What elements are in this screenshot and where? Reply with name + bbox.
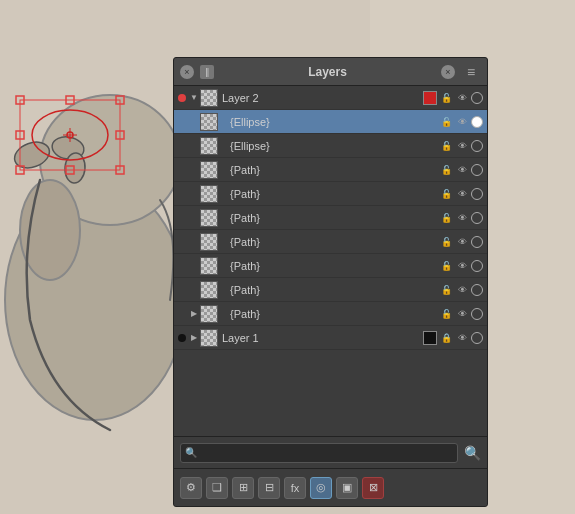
expand-arrow[interactable] bbox=[188, 188, 200, 200]
lock-icon[interactable]: 🔓 bbox=[439, 187, 453, 201]
fx-button[interactable]: fx bbox=[284, 477, 306, 499]
panel-title: Layers bbox=[220, 65, 435, 79]
visibility-circle[interactable] bbox=[471, 188, 483, 200]
panel-collapse-button[interactable]: ‖ bbox=[200, 65, 214, 79]
visibility-circle[interactable] bbox=[471, 284, 483, 296]
layer-color-dot bbox=[178, 334, 186, 342]
layer-icons: 🔒👁 bbox=[439, 331, 483, 345]
visibility-circle[interactable] bbox=[471, 308, 483, 320]
layer-item[interactable]: ▼Layer 2🔓👁 bbox=[174, 86, 487, 110]
layer-icons: 🔓👁 bbox=[439, 187, 483, 201]
new-group-button[interactable]: ⊞ bbox=[232, 477, 254, 499]
lock-icon[interactable]: 🔓 bbox=[439, 211, 453, 225]
lock-icon[interactable]: 🔓 bbox=[439, 139, 453, 153]
layer-name: {Path} bbox=[222, 308, 439, 320]
search-icon: 🔍 bbox=[185, 447, 197, 458]
lock-icon[interactable]: 🔓 bbox=[439, 307, 453, 321]
layer-color-box[interactable] bbox=[423, 91, 437, 105]
visibility-circle[interactable] bbox=[471, 140, 483, 152]
layer-item[interactable]: {Path}🔓👁 bbox=[174, 158, 487, 182]
layer-thumbnail bbox=[200, 137, 218, 155]
layer-icons: 🔓👁 bbox=[439, 139, 483, 153]
eye-icon[interactable]: 👁 bbox=[455, 235, 469, 249]
layer-icons: 🔓👁 bbox=[439, 91, 483, 105]
layer-icons: 🔓👁 bbox=[439, 259, 483, 273]
layer-item[interactable]: {Path}🔓👁 bbox=[174, 182, 487, 206]
panel-menu-button[interactable]: ≡ bbox=[461, 65, 481, 79]
visibility-circle[interactable] bbox=[471, 260, 483, 272]
layer-list: ▼Layer 2🔓👁{Ellipse}🔓👁{Ellipse}🔓👁{Path}🔓👁… bbox=[174, 86, 487, 436]
expand-arrow[interactable]: ▶ bbox=[188, 332, 200, 344]
layer-icons: 🔓👁 bbox=[439, 307, 483, 321]
layer-name: {Path} bbox=[222, 188, 439, 200]
visibility-circle[interactable] bbox=[471, 116, 483, 128]
layer-item[interactable]: {Path}🔓👁 bbox=[174, 206, 487, 230]
lock-icon[interactable]: 🔒 bbox=[439, 331, 453, 345]
layer-thumbnail bbox=[200, 209, 218, 227]
camera-button[interactable]: ◎ bbox=[310, 477, 332, 499]
layer-item[interactable]: ▶{Path}🔓👁 bbox=[174, 302, 487, 326]
eye-icon[interactable]: 👁 bbox=[455, 331, 469, 345]
layer-color-dot bbox=[178, 94, 186, 102]
expand-arrow[interactable] bbox=[188, 164, 200, 176]
visibility-circle[interactable] bbox=[471, 236, 483, 248]
filter-button[interactable]: ⚙ bbox=[180, 477, 202, 499]
layers-panel: × ‖ Layers × ≡ ▼Layer 2🔓👁{Ellipse}🔓👁{Ell… bbox=[173, 57, 488, 507]
expand-arrow[interactable] bbox=[188, 236, 200, 248]
eye-icon[interactable]: 👁 bbox=[455, 307, 469, 321]
expand-arrow[interactable] bbox=[188, 260, 200, 272]
layer-item[interactable]: ▶Layer 1🔒👁 bbox=[174, 326, 487, 350]
lock-icon[interactable]: 🔓 bbox=[439, 163, 453, 177]
expand-arrow[interactable] bbox=[188, 284, 200, 296]
layer-thumbnail bbox=[200, 89, 218, 107]
expand-arrow[interactable] bbox=[188, 140, 200, 152]
visibility-circle[interactable] bbox=[471, 212, 483, 224]
layer-thumbnail bbox=[200, 281, 218, 299]
lock-icon[interactable]: 🔓 bbox=[439, 235, 453, 249]
search-zoom-icon[interactable]: 🔍 bbox=[464, 445, 481, 461]
layer-icons: 🔓👁 bbox=[439, 235, 483, 249]
lock-icon[interactable]: 🔓 bbox=[439, 283, 453, 297]
eye-icon[interactable]: 👁 bbox=[455, 91, 469, 105]
eye-icon[interactable]: 👁 bbox=[455, 139, 469, 153]
layer-name: {Path} bbox=[222, 284, 439, 296]
layer-name: {Path} bbox=[222, 164, 439, 176]
layer-item[interactable]: {Ellipse}🔓👁 bbox=[174, 110, 487, 134]
layer-name: {Ellipse} bbox=[222, 116, 439, 128]
panel-title-close-button[interactable]: × bbox=[441, 65, 455, 79]
lock-icon[interactable]: 🔓 bbox=[439, 115, 453, 129]
eye-icon[interactable]: 👁 bbox=[455, 163, 469, 177]
lock-icon[interactable]: 🔓 bbox=[439, 91, 453, 105]
lock-icon[interactable]: 🔓 bbox=[439, 259, 453, 273]
layer-item[interactable]: {Path}🔓👁 bbox=[174, 278, 487, 302]
eye-icon[interactable]: 👁 bbox=[455, 211, 469, 225]
delete-button[interactable]: ⊠ bbox=[362, 477, 384, 499]
layer-color-box[interactable] bbox=[423, 331, 437, 345]
visibility-circle[interactable] bbox=[471, 332, 483, 344]
new-layer-button[interactable]: ⊟ bbox=[258, 477, 280, 499]
visibility-circle[interactable] bbox=[471, 164, 483, 176]
search-input[interactable] bbox=[200, 447, 453, 458]
expand-arrow[interactable]: ▼ bbox=[188, 92, 200, 104]
layer-name: Layer 1 bbox=[222, 332, 423, 344]
layer-thumbnail bbox=[200, 161, 218, 179]
layer-name: Layer 2 bbox=[222, 92, 423, 104]
panel-close-button[interactable]: × bbox=[180, 65, 194, 79]
bottom-toolbar: ⚙❑⊞⊟fx◎▣⊠ bbox=[174, 468, 487, 506]
eye-icon[interactable]: 👁 bbox=[455, 283, 469, 297]
eye-icon[interactable]: 👁 bbox=[455, 115, 469, 129]
expand-arrow[interactable] bbox=[188, 212, 200, 224]
duplicate-button[interactable]: ❑ bbox=[206, 477, 228, 499]
eye-icon[interactable]: 👁 bbox=[455, 259, 469, 273]
layer-icons: 🔓👁 bbox=[439, 211, 483, 225]
flatten-button[interactable]: ▣ bbox=[336, 477, 358, 499]
expand-arrow[interactable] bbox=[188, 116, 200, 128]
visibility-circle[interactable] bbox=[471, 92, 483, 104]
layer-thumbnail bbox=[200, 305, 218, 323]
layer-item[interactable]: {Ellipse}🔓👁 bbox=[174, 134, 487, 158]
layer-icons: 🔓👁 bbox=[439, 115, 483, 129]
layer-item[interactable]: {Path}🔓👁 bbox=[174, 230, 487, 254]
eye-icon[interactable]: 👁 bbox=[455, 187, 469, 201]
layer-item[interactable]: {Path}🔓👁 bbox=[174, 254, 487, 278]
expand-arrow[interactable]: ▶ bbox=[188, 308, 200, 320]
